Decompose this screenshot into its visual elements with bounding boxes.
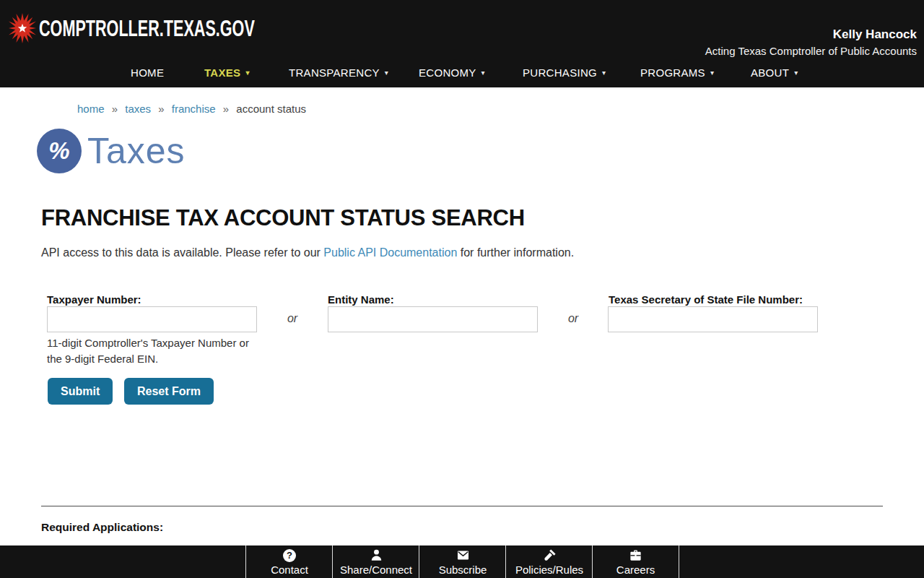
taxpayer-number-help-text: 11-digit Comptroller's Taxpayer Number o… <box>47 335 256 367</box>
nav-taxes-label: TAXES <box>204 66 240 79</box>
section-divider <box>41 506 883 506</box>
breadcrumb-home[interactable]: home <box>77 103 105 115</box>
public-api-documentation-link[interactable]: Public API Documentation <box>323 246 457 259</box>
or-separator: or <box>555 312 591 325</box>
nav-home[interactable]: HOME <box>131 66 164 79</box>
percent-glyph: % <box>48 137 69 165</box>
entity-name-label: Entity Name: <box>328 293 394 306</box>
question-circle-icon: ? <box>283 548 297 562</box>
sos-file-number-label: Texas Secretary of State File Number: <box>609 293 803 306</box>
main-nav: HOME TAXES TRANSPARENCY ECONOMY PURCHASI… <box>0 0 924 87</box>
page-title: FRANCHISE TAX ACCOUNT STATUS SEARCH <box>41 204 525 231</box>
briefcase-icon <box>629 548 642 562</box>
footer-subscribe-label: Subscribe <box>439 564 487 576</box>
footer-careers-label: Careers <box>616 564 655 576</box>
footer-careers[interactable]: Careers <box>592 545 679 578</box>
section-title: Taxes <box>87 130 186 172</box>
intro-text-before: API access to this data is available. Pl… <box>41 246 323 259</box>
nav-about[interactable]: ABOUT <box>751 66 798 79</box>
footer-policies-rules[interactable]: Policies/Rules <box>505 545 593 578</box>
footer-subscribe[interactable]: Subscribe <box>419 545 506 578</box>
percent-icon: % <box>37 129 82 173</box>
required-applications-label: Required Applications: <box>41 521 163 534</box>
submit-button[interactable]: Submit <box>48 378 113 405</box>
breadcrumb-current: account status <box>236 103 306 115</box>
person-icon <box>370 548 383 562</box>
intro-paragraph: API access to this data is available. Pl… <box>41 246 574 259</box>
nav-purchasing[interactable]: PURCHASING <box>523 66 606 79</box>
site-header: COMPTROLLER.TEXAS.GOV Kelly Hancock Acti… <box>0 0 924 87</box>
caret-down-icon <box>240 66 249 79</box>
breadcrumb-franchise[interactable]: franchise <box>172 103 216 115</box>
breadcrumb-separator: » <box>158 103 164 115</box>
envelope-icon <box>456 548 470 562</box>
nav-transparency[interactable]: TRANSPARENCY <box>289 66 388 79</box>
gavel-icon <box>543 548 557 562</box>
intro-text-after: for further information. <box>457 246 574 259</box>
reset-form-button[interactable]: Reset Form <box>124 378 214 405</box>
site-footer: ? Contact Share/Connect Subscribe Polici… <box>0 545 924 578</box>
section-banner: % Taxes <box>37 129 186 173</box>
nav-programs[interactable]: PROGRAMS <box>640 66 714 79</box>
breadcrumb-separator: » <box>112 103 118 115</box>
breadcrumb-separator: » <box>223 103 229 115</box>
footer-contact-label: Contact <box>271 564 308 576</box>
footer-share-connect[interactable]: Share/Connect <box>332 545 419 578</box>
footer-share-connect-label: Share/Connect <box>340 564 412 576</box>
sos-file-number-input[interactable] <box>608 306 818 332</box>
breadcrumb: home » taxes » franchise » account statu… <box>77 103 306 115</box>
footer-policies-rules-label: Policies/Rules <box>515 564 583 576</box>
nav-taxes[interactable]: TAXES <box>204 66 250 79</box>
or-separator: or <box>274 312 310 325</box>
taxpayer-number-input[interactable] <box>47 306 257 332</box>
question-glyph: ? <box>283 549 296 562</box>
nav-economy[interactable]: ECONOMY <box>419 66 485 79</box>
entity-name-input[interactable] <box>328 306 538 332</box>
breadcrumb-taxes[interactable]: taxes <box>125 103 151 115</box>
footer-contact[interactable]: ? Contact <box>245 545 333 578</box>
taxpayer-number-label: Taxpayer Number: <box>47 293 141 306</box>
